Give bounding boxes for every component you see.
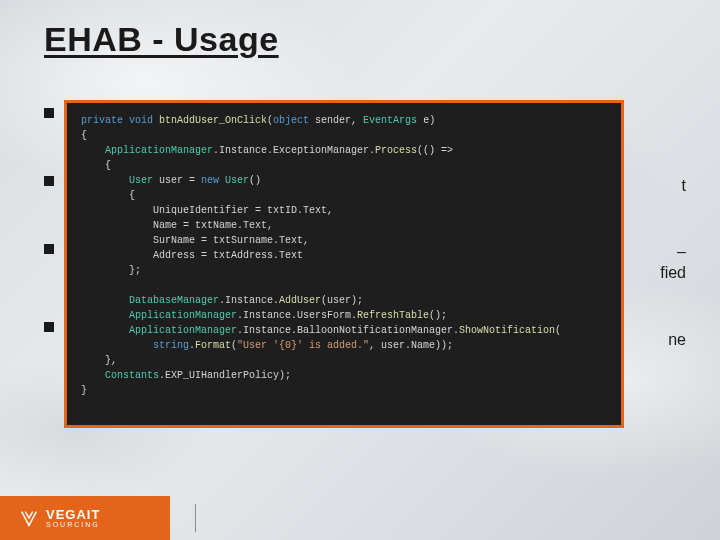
bullet-marker xyxy=(44,244,54,254)
bullet-marker xyxy=(44,322,54,332)
occluded-text-fragment: – fied xyxy=(660,242,686,284)
code-frame: private void btnAddUser_OnClick(object s… xyxy=(64,100,624,428)
occluded-text-fragment: t xyxy=(682,176,686,197)
code-block: private void btnAddUser_OnClick(object s… xyxy=(67,103,621,425)
footer-brand-bar: VEGAIT SOURCING xyxy=(0,496,170,540)
brand-subtext: SOURCING xyxy=(46,521,100,528)
bullet-marker xyxy=(44,176,54,186)
footer-divider xyxy=(195,504,196,532)
brand-mark-icon xyxy=(18,507,40,529)
brand-logo: VEGAIT SOURCING xyxy=(18,507,100,529)
occluded-text-fragment: ne xyxy=(668,330,686,351)
slide-title: EHAB - Usage xyxy=(44,20,279,59)
bullet-marker xyxy=(44,108,54,118)
brand-name: VEGAIT xyxy=(46,508,100,521)
bullet-markers xyxy=(44,108,54,390)
